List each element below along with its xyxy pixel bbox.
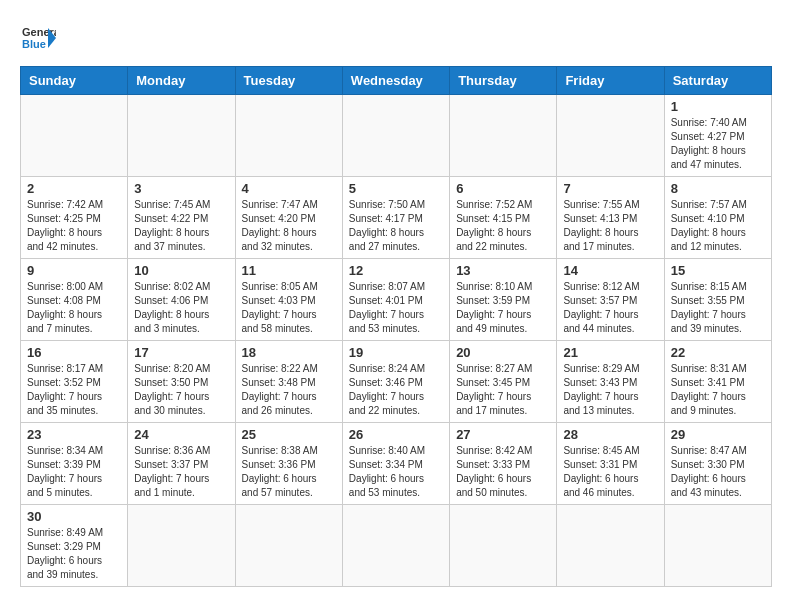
day-number: 4 [242, 181, 336, 196]
day-info: Sunrise: 8:10 AM Sunset: 3:59 PM Dayligh… [456, 280, 550, 336]
table-row: 1Sunrise: 7:40 AM Sunset: 4:27 PM Daylig… [664, 95, 771, 177]
col-sunday: Sunday [21, 67, 128, 95]
day-info: Sunrise: 7:50 AM Sunset: 4:17 PM Dayligh… [349, 198, 443, 254]
table-row [128, 95, 235, 177]
table-row: 4Sunrise: 7:47 AM Sunset: 4:20 PM Daylig… [235, 177, 342, 259]
day-info: Sunrise: 8:42 AM Sunset: 3:33 PM Dayligh… [456, 444, 550, 500]
day-number: 14 [563, 263, 657, 278]
col-friday: Friday [557, 67, 664, 95]
day-number: 6 [456, 181, 550, 196]
day-number: 23 [27, 427, 121, 442]
svg-text:Blue: Blue [22, 38, 46, 50]
day-info: Sunrise: 8:07 AM Sunset: 4:01 PM Dayligh… [349, 280, 443, 336]
col-tuesday: Tuesday [235, 67, 342, 95]
table-row [342, 95, 449, 177]
day-info: Sunrise: 7:42 AM Sunset: 4:25 PM Dayligh… [27, 198, 121, 254]
table-row: 27Sunrise: 8:42 AM Sunset: 3:33 PM Dayli… [450, 423, 557, 505]
day-info: Sunrise: 8:00 AM Sunset: 4:08 PM Dayligh… [27, 280, 121, 336]
logo: General Blue [20, 20, 56, 56]
day-info: Sunrise: 8:38 AM Sunset: 3:36 PM Dayligh… [242, 444, 336, 500]
col-wednesday: Wednesday [342, 67, 449, 95]
day-number: 18 [242, 345, 336, 360]
day-info: Sunrise: 8:36 AM Sunset: 3:37 PM Dayligh… [134, 444, 228, 500]
table-row [128, 505, 235, 587]
day-number: 19 [349, 345, 443, 360]
day-info: Sunrise: 8:47 AM Sunset: 3:30 PM Dayligh… [671, 444, 765, 500]
table-row: 9Sunrise: 8:00 AM Sunset: 4:08 PM Daylig… [21, 259, 128, 341]
day-number: 24 [134, 427, 228, 442]
table-row: 3Sunrise: 7:45 AM Sunset: 4:22 PM Daylig… [128, 177, 235, 259]
day-number: 20 [456, 345, 550, 360]
day-info: Sunrise: 7:52 AM Sunset: 4:15 PM Dayligh… [456, 198, 550, 254]
day-info: Sunrise: 8:24 AM Sunset: 3:46 PM Dayligh… [349, 362, 443, 418]
table-row: 13Sunrise: 8:10 AM Sunset: 3:59 PM Dayli… [450, 259, 557, 341]
table-row [557, 505, 664, 587]
day-info: Sunrise: 8:49 AM Sunset: 3:29 PM Dayligh… [27, 526, 121, 582]
day-number: 2 [27, 181, 121, 196]
day-number: 15 [671, 263, 765, 278]
day-info: Sunrise: 8:15 AM Sunset: 3:55 PM Dayligh… [671, 280, 765, 336]
table-row: 11Sunrise: 8:05 AM Sunset: 4:03 PM Dayli… [235, 259, 342, 341]
day-number: 9 [27, 263, 121, 278]
table-row: 19Sunrise: 8:24 AM Sunset: 3:46 PM Dayli… [342, 341, 449, 423]
day-number: 29 [671, 427, 765, 442]
calendar-week-6: 30Sunrise: 8:49 AM Sunset: 3:29 PM Dayli… [21, 505, 772, 587]
day-info: Sunrise: 8:20 AM Sunset: 3:50 PM Dayligh… [134, 362, 228, 418]
day-number: 22 [671, 345, 765, 360]
calendar-week-1: 1Sunrise: 7:40 AM Sunset: 4:27 PM Daylig… [21, 95, 772, 177]
table-row [450, 505, 557, 587]
table-row: 24Sunrise: 8:36 AM Sunset: 3:37 PM Dayli… [128, 423, 235, 505]
calendar-week-3: 9Sunrise: 8:00 AM Sunset: 4:08 PM Daylig… [21, 259, 772, 341]
day-number: 10 [134, 263, 228, 278]
day-info: Sunrise: 7:45 AM Sunset: 4:22 PM Dayligh… [134, 198, 228, 254]
table-row: 8Sunrise: 7:57 AM Sunset: 4:10 PM Daylig… [664, 177, 771, 259]
table-row: 23Sunrise: 8:34 AM Sunset: 3:39 PM Dayli… [21, 423, 128, 505]
table-row: 18Sunrise: 8:22 AM Sunset: 3:48 PM Dayli… [235, 341, 342, 423]
table-row: 28Sunrise: 8:45 AM Sunset: 3:31 PM Dayli… [557, 423, 664, 505]
day-number: 1 [671, 99, 765, 114]
day-number: 12 [349, 263, 443, 278]
day-number: 30 [27, 509, 121, 524]
table-row: 5Sunrise: 7:50 AM Sunset: 4:17 PM Daylig… [342, 177, 449, 259]
table-row: 25Sunrise: 8:38 AM Sunset: 3:36 PM Dayli… [235, 423, 342, 505]
day-info: Sunrise: 8:34 AM Sunset: 3:39 PM Dayligh… [27, 444, 121, 500]
calendar-week-4: 16Sunrise: 8:17 AM Sunset: 3:52 PM Dayli… [21, 341, 772, 423]
day-info: Sunrise: 7:57 AM Sunset: 4:10 PM Dayligh… [671, 198, 765, 254]
day-info: Sunrise: 7:55 AM Sunset: 4:13 PM Dayligh… [563, 198, 657, 254]
table-row: 29Sunrise: 8:47 AM Sunset: 3:30 PM Dayli… [664, 423, 771, 505]
calendar-week-2: 2Sunrise: 7:42 AM Sunset: 4:25 PM Daylig… [21, 177, 772, 259]
day-number: 5 [349, 181, 443, 196]
day-info: Sunrise: 8:22 AM Sunset: 3:48 PM Dayligh… [242, 362, 336, 418]
day-number: 28 [563, 427, 657, 442]
day-info: Sunrise: 8:05 AM Sunset: 4:03 PM Dayligh… [242, 280, 336, 336]
day-info: Sunrise: 8:27 AM Sunset: 3:45 PM Dayligh… [456, 362, 550, 418]
table-row: 10Sunrise: 8:02 AM Sunset: 4:06 PM Dayli… [128, 259, 235, 341]
table-row: 15Sunrise: 8:15 AM Sunset: 3:55 PM Dayli… [664, 259, 771, 341]
table-row [664, 505, 771, 587]
day-info: Sunrise: 8:45 AM Sunset: 3:31 PM Dayligh… [563, 444, 657, 500]
day-info: Sunrise: 7:40 AM Sunset: 4:27 PM Dayligh… [671, 116, 765, 172]
day-number: 16 [27, 345, 121, 360]
table-row: 21Sunrise: 8:29 AM Sunset: 3:43 PM Dayli… [557, 341, 664, 423]
table-row: 6Sunrise: 7:52 AM Sunset: 4:15 PM Daylig… [450, 177, 557, 259]
day-info: Sunrise: 8:40 AM Sunset: 3:34 PM Dayligh… [349, 444, 443, 500]
table-row: 26Sunrise: 8:40 AM Sunset: 3:34 PM Dayli… [342, 423, 449, 505]
day-number: 25 [242, 427, 336, 442]
table-row: 20Sunrise: 8:27 AM Sunset: 3:45 PM Dayli… [450, 341, 557, 423]
table-row [342, 505, 449, 587]
table-row: 7Sunrise: 7:55 AM Sunset: 4:13 PM Daylig… [557, 177, 664, 259]
calendar-table: Sunday Monday Tuesday Wednesday Thursday… [20, 66, 772, 587]
day-info: Sunrise: 8:12 AM Sunset: 3:57 PM Dayligh… [563, 280, 657, 336]
day-info: Sunrise: 8:17 AM Sunset: 3:52 PM Dayligh… [27, 362, 121, 418]
day-info: Sunrise: 8:31 AM Sunset: 3:41 PM Dayligh… [671, 362, 765, 418]
day-number: 17 [134, 345, 228, 360]
day-info: Sunrise: 7:47 AM Sunset: 4:20 PM Dayligh… [242, 198, 336, 254]
table-row: 16Sunrise: 8:17 AM Sunset: 3:52 PM Dayli… [21, 341, 128, 423]
col-saturday: Saturday [664, 67, 771, 95]
day-number: 21 [563, 345, 657, 360]
table-row [235, 505, 342, 587]
day-number: 11 [242, 263, 336, 278]
table-row: 14Sunrise: 8:12 AM Sunset: 3:57 PM Dayli… [557, 259, 664, 341]
table-row [21, 95, 128, 177]
day-info: Sunrise: 8:02 AM Sunset: 4:06 PM Dayligh… [134, 280, 228, 336]
